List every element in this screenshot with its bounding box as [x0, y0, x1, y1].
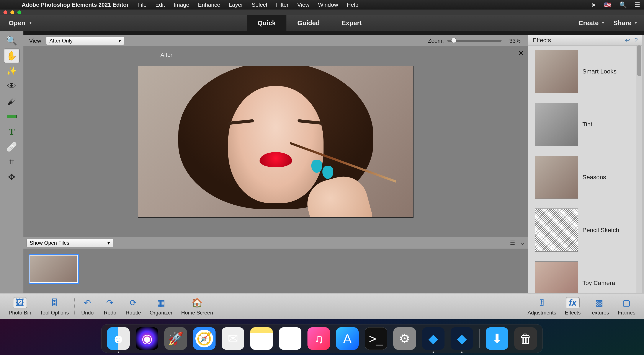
menu-extras-icon[interactable]: ➤ [587, 1, 600, 8]
photo-bin-bar: Show Open Files ▾ ☰ ⌄ [24, 237, 528, 249]
menu-edit[interactable]: Edit [151, 1, 169, 8]
redo-button-label: Redo [104, 310, 116, 316]
zoom-slider[interactable] [447, 40, 502, 42]
zoom-window-button[interactable] [17, 10, 21, 14]
app-name-label[interactable]: Adobe Photoshop Elements 2021 Editor [17, 1, 133, 8]
type-tool[interactable]: T [4, 124, 20, 139]
dock-trash-icon[interactable]: 🗑 [514, 327, 537, 350]
straighten-tool[interactable] [4, 109, 20, 123]
zoom-slider-thumb[interactable] [451, 38, 456, 43]
rotate-button-label: Rotate [126, 310, 141, 316]
view-mode-select[interactable]: After Only ▾ [46, 37, 124, 45]
organizer-button-icon: ▦ [154, 297, 168, 308]
view-mode-value: After Only [50, 38, 73, 44]
redeye-tool[interactable]: 👁 [4, 79, 20, 93]
menu-image[interactable]: Image [169, 1, 194, 8]
dock-launchpad-icon[interactable]: 🚀 [164, 327, 187, 350]
reset-effects-icon[interactable]: ↩︎ [625, 37, 630, 44]
dropdown-icon: ▾ [118, 38, 121, 44]
effect-smart-looks[interactable]: Smart Looks [535, 50, 636, 93]
effect-toy-camera[interactable]: Toy Camera [535, 261, 636, 293]
effect-pencil-sketch[interactable]: Pencil Sketch [535, 209, 636, 252]
home-screen-button-label: Home Screen [181, 310, 213, 316]
menu-enhance[interactable]: Enhance [194, 1, 225, 8]
menu-file[interactable]: File [133, 1, 151, 8]
rotate-button[interactable]: ⟳Rotate [121, 297, 145, 316]
running-indicator [118, 352, 119, 353]
create-menu-button[interactable]: Create ▼ [578, 19, 605, 27]
spotlight-icon[interactable]: 🔍 [616, 1, 631, 8]
task-bar: 🖼Photo Bin🎛Tool Options↶Undo↷Redo⟳Rotate… [0, 293, 644, 319]
close-window-button[interactable] [4, 10, 7, 14]
photo-bin-button[interactable]: 🖼Photo Bin [4, 297, 36, 316]
effect-label: Seasons [582, 174, 606, 181]
home-screen-button-icon: 🏠 [190, 297, 204, 308]
effects-scrollbar[interactable] [636, 45, 642, 293]
menu-view[interactable]: View [293, 1, 314, 8]
menu-select[interactable]: Select [248, 1, 272, 8]
effect-seasons[interactable]: Seasons [535, 156, 636, 199]
undo-button[interactable]: ↶Undo [76, 297, 99, 316]
create-label: Create [578, 19, 599, 27]
dock-downloads-icon[interactable]: ⬇︎ [486, 327, 508, 350]
minimize-window-button[interactable] [10, 10, 14, 14]
home-screen-button[interactable]: 🏠Home Screen [177, 297, 218, 316]
photo-bin-button-label: Photo Bin [9, 310, 31, 316]
effect-thumbnail [535, 103, 578, 146]
whiten-teeth[interactable]: 🖌 [4, 94, 20, 108]
quick-select[interactable]: ✨ [4, 64, 20, 78]
open-file-thumbnail[interactable] [28, 254, 79, 284]
desktop-background: ☻◉🚀🧭✉︎❋♫A>_⚙︎◆◆⬇︎🗑 [0, 319, 644, 355]
tool-options-button[interactable]: 🎛Tool Options [36, 297, 73, 316]
adjustments-button[interactable]: 🎚Adjustments [523, 297, 560, 316]
menu-layer[interactable]: Layer [225, 1, 248, 8]
dropdown-icon: ▼ [29, 21, 32, 25]
frames-button[interactable]: ▢Frames [614, 297, 640, 316]
textures-button[interactable]: ▩Textures [585, 297, 614, 316]
dock-notes-icon[interactable] [250, 327, 273, 350]
zoom-value: 33% [505, 37, 525, 44]
photo-bin-list-icon[interactable]: ☰ [510, 240, 515, 246]
textures-button-icon: ▩ [592, 297, 606, 308]
panel-help-icon[interactable]: ? [634, 37, 638, 44]
effects-panel-title: Effects [532, 37, 551, 44]
dock-safari-icon[interactable]: 🧭 [193, 327, 216, 350]
dock-mail-icon[interactable]: ✉︎ [222, 327, 244, 350]
effects-button-icon: fx [566, 297, 580, 308]
open-menu-button[interactable]: Open ▼ [0, 15, 41, 31]
crop-tool[interactable]: ⌗ [4, 155, 20, 169]
mode-tab-quick[interactable]: Quick [247, 15, 286, 31]
dock-music-icon[interactable]: ♫ [308, 327, 330, 350]
menu-window[interactable]: Window [314, 1, 342, 8]
dock-pse-editor-icon[interactable]: ◆ [450, 327, 473, 350]
photo-bin-filter-select[interactable]: Show Open Files ▾ [26, 239, 113, 247]
dock-finder-icon[interactable]: ☻ [107, 327, 130, 350]
mode-tab-guided[interactable]: Guided [286, 15, 330, 31]
spot-heal[interactable]: 🩹 [4, 140, 20, 154]
dock-siri-icon[interactable]: ◉ [136, 327, 158, 350]
dock-system-settings-icon[interactable]: ⚙︎ [393, 327, 416, 350]
share-menu-button[interactable]: Share ▼ [614, 19, 638, 27]
photo-bin-expand-icon[interactable]: ⌄ [520, 240, 525, 246]
effect-label: Smart Looks [582, 68, 616, 75]
dock-terminal-icon[interactable]: >_ [365, 327, 387, 350]
mode-tabs: QuickGuidedExpert [247, 15, 372, 31]
input-flag-icon[interactable]: 🇺🇸 [600, 1, 616, 8]
hand-tool[interactable]: ✋ [4, 48, 20, 63]
control-center-icon[interactable]: ☰ [631, 1, 644, 8]
organizer-button[interactable]: ▦Organizer [145, 297, 177, 316]
move-tool[interactable]: ✥ [4, 170, 20, 184]
adjustments-button-icon: 🎚 [535, 297, 549, 308]
dock-photos-icon[interactable]: ❋ [279, 327, 302, 350]
dock-app-store-icon[interactable]: A [336, 327, 359, 350]
effects-button[interactable]: fxEffects [560, 297, 585, 316]
zoom-tool[interactable]: 🔍 [4, 33, 20, 48]
menu-help[interactable]: Help [342, 1, 362, 8]
dock-pse-organizer-icon[interactable]: ◆ [422, 327, 444, 350]
scrollbar-thumb[interactable] [637, 45, 641, 76]
effect-tint[interactable]: Tint [535, 103, 636, 146]
menu-filter[interactable]: Filter [272, 1, 293, 8]
redo-button[interactable]: ↷Redo [99, 297, 121, 316]
canvas-image[interactable] [138, 66, 414, 218]
mode-tab-expert[interactable]: Expert [331, 15, 372, 31]
